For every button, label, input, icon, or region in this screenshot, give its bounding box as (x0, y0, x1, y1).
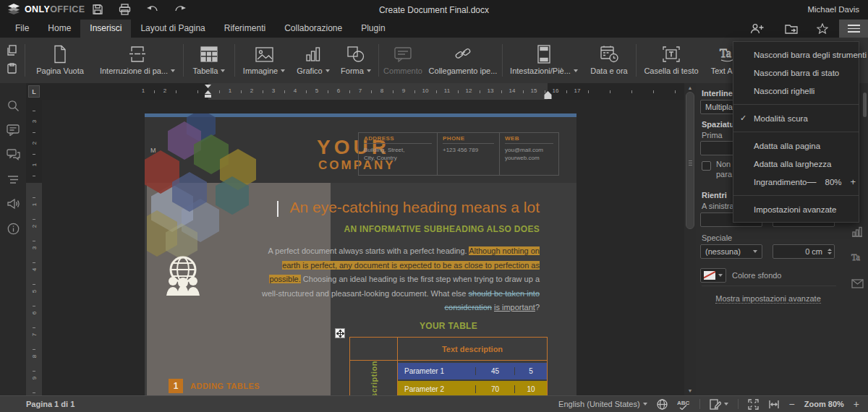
menu-fit-width[interactable]: Adatta alla larghezza (733, 155, 859, 173)
company-info-table: ADDRESS Building, Street,City, Country P… (358, 132, 559, 176)
menu-zoom: Ingrandimento — 80% + (733, 173, 859, 191)
line-spacing-label: Interlinea (702, 89, 737, 98)
fit-width-icon[interactable] (768, 400, 780, 409)
title-bar: ONLYOFFICE Create Document Final.docx Mi… (0, 0, 868, 20)
advanced-settings-link[interactable]: Mostra impostazioni avanzate (696, 294, 841, 303)
feedback-icon[interactable] (0, 192, 26, 216)
special-by-spinner[interactable]: 0 cm (773, 244, 835, 259)
zoom-in-button[interactable]: + (851, 177, 856, 186)
document-heading: An eye-catching heading means a lot (253, 199, 540, 216)
right-indent-marker[interactable] (544, 90, 552, 100)
tab-stop-selector[interactable]: L (28, 85, 40, 98)
menu-hide-toolbar[interactable]: Nascondi barra degli strumenti (733, 46, 859, 64)
collaborator-marker: M (150, 147, 156, 154)
hyperlink-icon (454, 43, 472, 65)
document-canvas[interactable]: 1 ADDING TABLES A document consisting of… (42, 100, 684, 395)
checkbox-label-line1: Non (716, 160, 731, 168)
open-file-location-icon[interactable] (779, 20, 804, 38)
mail-merge-icon[interactable] (849, 275, 865, 291)
web-label: WEB (505, 135, 553, 144)
special-combo[interactable]: (nessuna) (700, 244, 762, 259)
tab-riferimenti[interactable]: Riferimenti (215, 20, 275, 38)
tab-layout-di-pagina[interactable]: Layout di Pagina (131, 20, 214, 38)
language-selector[interactable]: English (United States) (558, 400, 647, 408)
spellcheck-abc: ABC (677, 400, 690, 406)
before-label: Prima (702, 131, 723, 140)
page-break-button[interactable]: Interruzione di pa... (93, 38, 182, 83)
hyperlink-button[interactable]: Collegamento ipe... (425, 38, 501, 83)
zoom-level[interactable]: Zoom 80% (804, 400, 844, 408)
document-page[interactable]: 1 ADDING TABLES A document consisting of… (145, 113, 576, 395)
scroll-down-icon[interactable]: ▼ (684, 386, 696, 395)
shape-button[interactable]: Forma (335, 38, 377, 83)
tab-home[interactable]: Home (38, 20, 80, 38)
document-table[interactable]: Text description Text description Parame… (349, 337, 548, 395)
image-button[interactable]: Immagine (237, 38, 292, 83)
scrollbar-thumb[interactable] (686, 92, 694, 229)
paste-icon[interactable] (7, 63, 17, 77)
tab-collaborazione[interactable]: Collaborazione (275, 20, 352, 38)
tab-plugin[interactable]: Plugin (352, 20, 394, 38)
table-heading: YOUR TABLE (349, 321, 548, 331)
tab-inserisci[interactable]: Inserisci (80, 20, 131, 38)
menu-hide-statusbar[interactable]: Nascondi barra di stato (733, 64, 859, 82)
no-color-swatch (704, 271, 715, 280)
view-menu: Nascondi barra degli strumenti Nascondi … (733, 41, 859, 223)
hamburger-icon (848, 25, 860, 33)
add-user-icon[interactable] (744, 20, 769, 38)
textart-settings-icon[interactable]: Ta (849, 249, 865, 265)
menu-fit-page[interactable]: Adatta alla pagina (733, 137, 859, 155)
comments-panel-icon[interactable] (0, 118, 26, 142)
zoom-value: 80% (825, 178, 842, 186)
menu-hide-rulers[interactable]: Nascondi righelli (733, 82, 859, 100)
document-scrollbar[interactable]: ▲ ▼ (684, 83, 696, 395)
undo-button[interactable] (145, 2, 161, 17)
app-logo: ONLYOFFICE (7, 4, 85, 14)
horizontal-ruler[interactable]: 211234567891011121314151617 (42, 83, 684, 100)
spellcheck-icon[interactable]: ABC (677, 399, 690, 410)
caret-down-icon (724, 403, 728, 405)
print-button[interactable] (116, 2, 132, 17)
panel-scrollbar-thumb[interactable] (863, 93, 867, 117)
caret-down-icon (643, 403, 647, 405)
dropdown-caret-icon (171, 69, 175, 72)
table-icon (200, 43, 218, 65)
zoom-in-icon[interactable]: + (854, 398, 859, 410)
blank-page-icon (52, 43, 68, 65)
header-footer-button[interactable]: Intestazioni/Piè... (504, 38, 584, 83)
chart-settings-icon[interactable] (849, 223, 865, 239)
chart-button[interactable]: Grafico (292, 38, 335, 83)
blank-page-button[interactable]: Pagina Vuota (27, 38, 93, 83)
no-space-checkbox[interactable] (702, 161, 711, 171)
table-button[interactable]: Tabella (185, 38, 233, 83)
background-color-button[interactable] (700, 268, 726, 283)
copy-icon[interactable] (7, 45, 17, 59)
track-changes-button[interactable] (710, 399, 728, 410)
zoom-out-icon[interactable]: − (789, 398, 795, 410)
tab-file[interactable]: File (6, 20, 38, 38)
about-icon[interactable] (0, 216, 26, 241)
chat-panel-icon[interactable] (0, 142, 26, 167)
vertical-ruler[interactable]: 32112345678910 (26, 100, 42, 395)
redo-button[interactable] (172, 2, 188, 17)
menu-advanced-settings[interactable]: Impostazioni avanzate (733, 200, 859, 218)
date-time-button[interactable]: Data e ora (584, 38, 634, 83)
favorite-star-icon[interactable] (810, 20, 835, 38)
left-sidebar (0, 83, 26, 395)
text-box-button[interactable]: Casella di testo (638, 38, 705, 83)
chart-icon (306, 43, 320, 65)
phone-label: PHONE (443, 135, 494, 144)
user-name[interactable]: Michael Davis (807, 5, 859, 14)
first-line-indent-marker[interactable] (204, 84, 212, 100)
zoom-out-button[interactable]: — (807, 177, 817, 186)
document-language-icon[interactable] (657, 399, 668, 410)
table-header-cell: Text description (398, 338, 547, 360)
menu-dark-mode[interactable]: ✓ Modalità scura (733, 109, 859, 127)
search-icon[interactable] (0, 93, 26, 118)
navigation-panel-icon[interactable] (0, 167, 26, 192)
page-break-icon (128, 43, 147, 65)
fit-page-icon[interactable] (748, 399, 759, 410)
save-button[interactable] (90, 2, 106, 17)
table-move-handle[interactable] (335, 328, 345, 338)
main-menu-button[interactable] (839, 20, 868, 38)
